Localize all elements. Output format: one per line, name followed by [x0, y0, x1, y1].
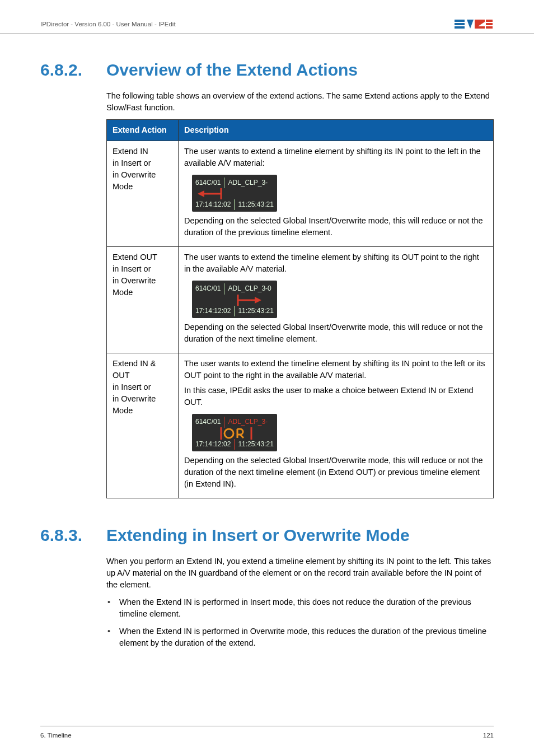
svg-marker-4 — [475, 20, 485, 29]
timecode-left: 17:14:12:02 — [195, 200, 231, 209]
arrow-right-icon — [195, 294, 274, 306]
svg-marker-10 — [198, 190, 204, 197]
section-number: 6.8.2. — [40, 58, 91, 82]
clip-diagram-icon: 614C/01 ADL_CLP_3- — [192, 414, 277, 451]
bullet-text: When the Extend IN is performed in Overw… — [119, 626, 494, 649]
evs-logo-icon — [455, 18, 494, 30]
svg-rect-0 — [455, 20, 465, 22]
clip-id-right: ADL_CLP_3-0 — [228, 284, 271, 293]
clip-diagram-icon: 614C/01 ADL_CLP_3-0 — [192, 281, 277, 318]
clip-id-right: ADL_CLP_3- — [228, 417, 268, 427]
clip-id-left: 614C/01 — [195, 417, 221, 427]
clip-id-left: 614C/01 — [195, 178, 221, 188]
bullet-text: When the Extend IN is performed in Inser… — [119, 596, 494, 620]
svg-marker-13 — [255, 297, 261, 304]
table-row: Extend IN & OUT in Insert or in Overwrit… — [107, 353, 494, 498]
svg-rect-5 — [486, 20, 493, 22]
desc-paragraph: The user wants to extend the timeline el… — [184, 358, 488, 381]
svg-rect-6 — [486, 23, 493, 25]
footer-chapter: 6. Timeline — [40, 731, 72, 740]
section-title: Overview of the Extend Actions — [106, 58, 358, 82]
svg-rect-1 — [455, 23, 465, 25]
body-paragraph: When you perform an Extend IN, you exten… — [106, 556, 494, 591]
intro-paragraph: The following table shows an overview of… — [106, 90, 494, 114]
clip-id-left: 614C/01 — [195, 284, 221, 293]
th-description: Description — [179, 119, 494, 141]
section-682-heading: 6.8.2. Overview of the Extend Actions — [40, 58, 494, 82]
th-extend-action: Extend Action — [107, 119, 179, 141]
desc-paragraph: Depending on the selected Global Insert/… — [184, 321, 488, 345]
desc-paragraph: The user wants to extend the timeline el… — [184, 251, 488, 275]
section-title: Extending in Insert or Overwrite Mode — [106, 523, 410, 548]
bullet-list: When the Extend IN is performed in Inser… — [106, 596, 494, 649]
desc-paragraph: The user wants to extend a timeline elem… — [184, 146, 488, 169]
svg-point-16 — [224, 429, 233, 438]
timecode-left: 17:14:12:02 — [195, 440, 231, 449]
timecode-right: 11:25:43:21 — [238, 306, 273, 316]
timecode-left: 17:14:12:02 — [195, 306, 231, 316]
cell-action: Extend IN in Insert or in Overwrite Mode — [107, 141, 179, 247]
desc-paragraph: Depending on the selected Global Insert/… — [184, 455, 488, 490]
clip-id-right: ADL_CLP_3- — [228, 178, 268, 188]
desc-paragraph: In this case, IPEdit asks the user to ma… — [184, 385, 488, 408]
desc-paragraph: Depending on the selected Global Insert/… — [184, 215, 488, 239]
footer-page-number: 121 — [483, 731, 494, 740]
timecode-right: 11:25:43:21 — [238, 200, 273, 209]
svg-rect-2 — [455, 26, 465, 29]
extend-actions-table: Extend Action Description Extend IN in I… — [106, 119, 494, 499]
page-footer: 6. Timeline 121 — [40, 726, 494, 740]
page-header: IPDirector - Version 6.00 - User Manual … — [0, 0, 534, 34]
cell-description: The user wants to extend a timeline elem… — [179, 141, 494, 247]
timecode-right: 11:25:43:21 — [238, 440, 273, 449]
clip-diagram-icon: 614C/01 ADL_CLP_3- — [192, 175, 277, 212]
cell-description: The user wants to extend the timeline el… — [179, 353, 494, 498]
cell-description: The user wants to extend the timeline el… — [179, 247, 494, 353]
list-item: When the Extend IN is performed in Inser… — [106, 596, 494, 620]
table-row: Extend OUT in Insert or in Overwrite Mod… — [107, 247, 494, 353]
arrow-left-icon — [195, 188, 274, 200]
arrow-or-icon — [195, 427, 274, 440]
header-breadcrumb: IPDirector - Version 6.00 - User Manual … — [40, 20, 176, 29]
table-row: Extend IN in Insert or in Overwrite Mode… — [107, 141, 494, 247]
cell-action: Extend OUT in Insert or in Overwrite Mod… — [107, 247, 179, 353]
svg-marker-3 — [467, 20, 474, 29]
svg-rect-7 — [486, 26, 493, 29]
cell-action: Extend IN & OUT in Insert or in Overwrit… — [107, 353, 179, 498]
section-number: 6.8.3. — [40, 523, 91, 548]
section-683-heading: 6.8.3. Extending in Insert or Overwrite … — [40, 523, 494, 548]
list-item: When the Extend IN is performed in Overw… — [106, 626, 494, 649]
